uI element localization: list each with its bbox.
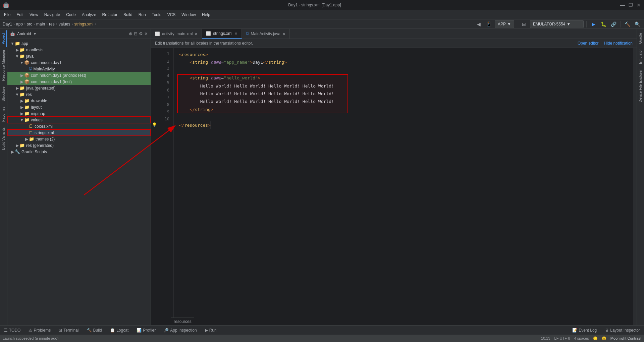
tool-terminal[interactable]: ⊡ Terminal	[57, 327, 80, 333]
editor-scrollbar[interactable]	[633, 48, 637, 325]
time-indicator[interactable]: 10:13	[541, 336, 550, 340]
structure-tab[interactable]: Structure	[0, 84, 7, 104]
indent-indicator[interactable]: 4 spaces	[574, 336, 589, 340]
tree-item-res-gen[interactable]: ▶ 📁 res (generated)	[7, 142, 151, 149]
tree-item-themes[interactable]: ▶ 📁 themes (2)	[7, 136, 151, 142]
tree-item-app[interactable]: ▼ 📁 app	[7, 40, 151, 47]
bc-main[interactable]: main	[36, 22, 45, 26]
tree-item-colors[interactable]: ▶ 🗒 colors.xml	[7, 123, 151, 129]
build-button[interactable]: 🔨	[623, 20, 631, 28]
attach-button[interactable]: 🔗	[609, 20, 618, 28]
code-line-8: </string>	[179, 106, 631, 113]
tool-layout-inspector[interactable]: 🖥 Layout Inspector	[603, 327, 641, 333]
favorites-tab[interactable]: Favorites	[0, 104, 7, 124]
bc-file[interactable]: strings.xml	[74, 22, 93, 26]
breadcrumb: Day1 › app › src › main › res › values ›…	[0, 19, 644, 29]
bc-src[interactable]: src	[27, 22, 32, 26]
close-panel-icon[interactable]: ✕	[144, 31, 148, 36]
tool-profiler[interactable]: 📊 Profiler	[135, 327, 157, 333]
build-variants-tab[interactable]: Build Variants	[0, 125, 7, 153]
emulator-tab[interactable]: Emulator	[637, 47, 644, 67]
bc-app[interactable]: app	[16, 22, 23, 26]
project-tree-content: ▼ 📁 app ▶ 📁 manifests ▼ 📁 java	[7, 39, 151, 325]
notification-text: Edit translations for all locales in the…	[155, 41, 253, 46]
debug-button[interactable]: 🐛	[599, 20, 607, 28]
menu-run[interactable]: Run	[136, 11, 149, 18]
menu-window[interactable]: Window	[179, 11, 199, 18]
settings-icon[interactable]: ⚙	[139, 31, 143, 36]
tree-item-mainactivity[interactable]: ▶ © MainActivity	[7, 66, 151, 72]
android-icon: 🤖	[10, 32, 15, 36]
collapse-icon[interactable]: ⊟	[134, 31, 138, 36]
menu-file[interactable]: File	[1, 11, 13, 18]
tree-item-java-gen[interactable]: ▶ 📁 java (generated)	[7, 85, 151, 91]
tab-mainactivity[interactable]: © MainActivity.java ✕	[242, 29, 290, 39]
bc-res[interactable]: res	[49, 22, 55, 26]
tab-activity-main[interactable]: ⬜ activity_main.xml ✕	[151, 29, 202, 39]
bc-day1[interactable]: Day1	[3, 22, 12, 26]
code-editor[interactable]: 💡 1 2 3 4 5 6 7 8 9 10	[151, 48, 637, 325]
device-file-explorer-tab[interactable]: Device File Explorer	[637, 67, 644, 105]
tool-problems[interactable]: ⚠ Problems	[27, 327, 52, 333]
code-line-4: <string name="hello_world">	[179, 74, 631, 82]
search-everywhere-button[interactable]: 🔍	[633, 20, 641, 28]
bc-values[interactable]: values	[59, 22, 70, 26]
tab-strings-xml[interactable]: ⬜ strings.xml ✕	[202, 29, 241, 39]
gutter-line-10	[151, 129, 158, 137]
code-content[interactable]: <resources> <string name="app_name">Day1…	[174, 48, 637, 325]
gutter-line-6	[151, 90, 158, 98]
tool-build[interactable]: 🔨 Build	[86, 327, 104, 333]
tree-item-android-test[interactable]: ▶ 📦 com.hnucm.day1 (androidTest)	[7, 72, 151, 78]
tree-item-res[interactable]: ▼ 📁 res	[7, 91, 151, 98]
tree-item-gradle[interactable]: ▶ 🔧 Gradle Scripts	[7, 149, 151, 155]
menu-analyze[interactable]: Analyze	[79, 11, 99, 18]
editor-gutter: 💡	[151, 48, 158, 325]
menu-view[interactable]: View	[27, 11, 41, 18]
project-type-label: Android	[17, 32, 31, 36]
maximize-button[interactable]: ❐	[628, 2, 633, 8]
menu-navigate[interactable]: Navigate	[42, 11, 63, 18]
tree-item-manifests[interactable]: ▶ 📁 manifests	[7, 47, 151, 53]
tree-item-layout[interactable]: ▶ 📁 layout	[7, 104, 151, 110]
hide-notification-link[interactable]: Hide notification	[604, 41, 633, 46]
project-tab[interactable]: Project	[0, 30, 7, 47]
app-dropdown[interactable]: APP ▼	[495, 20, 514, 28]
encoding-indicator[interactable]: LF UTF-8	[554, 336, 570, 340]
menu-build[interactable]: Build	[121, 11, 135, 18]
menu-vcs[interactable]: VCS	[165, 11, 178, 18]
menu-tools[interactable]: Tools	[149, 11, 164, 18]
tool-logcat[interactable]: 📋 Logcat	[109, 327, 130, 333]
code-line-7: Hello World! Hello World! Hello World! H…	[179, 98, 631, 105]
device-icon[interactable]: 📱	[485, 20, 493, 28]
tree-item-drawable[interactable]: ▶ 📁 drawable	[7, 98, 151, 104]
emulator-dropdown[interactable]: EMULATOR-5554 ▼	[530, 20, 584, 28]
tool-run[interactable]: ▶ Run	[204, 327, 218, 333]
locate-icon[interactable]: ⊕	[129, 31, 132, 36]
gutter-line-9-lamp: 💡	[151, 121, 158, 129]
close-button[interactable]: ✕	[636, 2, 641, 8]
gutter-line-3	[151, 66, 158, 74]
tree-item-test[interactable]: ▶ 📦 com.hnucm.day1 (test)	[7, 78, 151, 85]
sync-icon[interactable]: ⊟	[520, 20, 528, 28]
menu-edit[interactable]: Edit	[14, 11, 26, 18]
tool-app-inspection[interactable]: 🔎 App Inspection	[162, 327, 198, 333]
menu-help[interactable]: Help	[199, 11, 213, 18]
open-editor-link[interactable]: Open editor	[578, 41, 599, 46]
gutter-line-4	[151, 74, 158, 82]
menu-refactor[interactable]: Refactor	[100, 11, 120, 18]
resource-manager-tab[interactable]: Resource Manager	[0, 47, 7, 84]
run-button[interactable]: ▶	[589, 20, 597, 28]
tree-item-strings[interactable]: ▶ 🗒 strings.xml	[7, 129, 151, 136]
tool-todo[interactable]: ☰ TODO	[3, 327, 22, 333]
tool-event-log[interactable]: 📝 Event Log	[571, 327, 598, 333]
gradle-tab[interactable]: Gradle	[637, 30, 644, 47]
gutter-line-1	[151, 51, 158, 58]
code-line-1: <resources>	[179, 51, 631, 58]
minimize-button[interactable]: —	[620, 2, 625, 8]
tree-item-mipmap[interactable]: ▶ 📁 mipmap	[7, 110, 151, 117]
tree-item-package-main[interactable]: ▼ 📦 com.hnucm.day1	[7, 59, 151, 66]
tree-item-values[interactable]: ▼ 📁 values	[7, 117, 151, 123]
back-button[interactable]: ◀	[475, 20, 483, 28]
menu-code[interactable]: Code	[63, 11, 78, 18]
tree-item-java[interactable]: ▼ 📁 java	[7, 53, 151, 59]
